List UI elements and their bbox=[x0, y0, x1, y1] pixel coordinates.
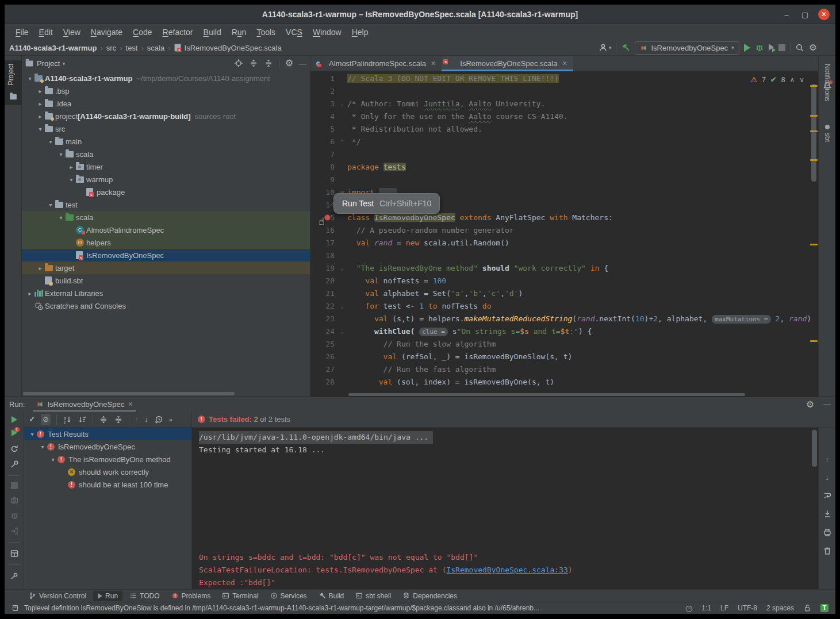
pin-tab-icon[interactable] bbox=[10, 571, 19, 580]
code-line[interactable]: 21 val alphabet = Set('a','b','c','d') bbox=[310, 287, 818, 300]
test-tree-row[interactable]: ▾!IsRemovedbyOneSpec bbox=[24, 440, 191, 453]
show-passed-icon[interactable]: ✓ bbox=[29, 415, 35, 424]
show-ignored-icon[interactable]: ⊘ bbox=[41, 414, 51, 425]
clear-console-icon[interactable] bbox=[823, 546, 832, 555]
breadcrumb-file[interactable]: IsRemovedByOneSpec.scala bbox=[185, 44, 282, 52]
tree-chevron-icon[interactable]: ▾ bbox=[46, 139, 55, 145]
tree-chevron-icon[interactable]: ▾ bbox=[56, 151, 66, 157]
editor-error-stripe[interactable] bbox=[809, 71, 818, 397]
rerun-failed-tests-button[interactable]: ! bbox=[11, 429, 17, 438]
editor-tab[interactable]: IsRemovedByOneSpec.scala✕ bbox=[442, 56, 573, 71]
caret-position[interactable]: 1:1 bbox=[701, 604, 711, 612]
expand-all-icon[interactable] bbox=[249, 59, 258, 68]
sort-by-duration-icon[interactable] bbox=[78, 415, 87, 424]
tree-chevron-icon[interactable]: ▾ bbox=[67, 176, 76, 183]
collapse-all-icon[interactable] bbox=[114, 415, 123, 424]
line-separator[interactable]: LF bbox=[720, 604, 728, 612]
code-line[interactable]: 6⌃ */ bbox=[310, 136, 818, 148]
prev-problem-icon[interactable]: ∧ bbox=[789, 74, 795, 86]
minimize-button[interactable]: – bbox=[781, 10, 792, 19]
fold-marker-icon[interactable]: ⌄ bbox=[337, 262, 347, 275]
menu-window[interactable]: Window bbox=[308, 25, 347, 39]
toolwindow-button-run[interactable]: Run bbox=[93, 591, 122, 601]
toggle-auto-test-icon[interactable] bbox=[10, 444, 19, 453]
project-tree-row[interactable]: ▾main bbox=[22, 135, 310, 148]
settings-gear-icon[interactable]: ⚙ bbox=[809, 43, 817, 52]
background-tasks-clock-icon[interactable]: ◷ bbox=[685, 603, 692, 613]
editor-scrollbar-thumb[interactable] bbox=[811, 84, 816, 182]
locate-file-icon[interactable] bbox=[234, 59, 243, 68]
test-tree-row[interactable]: ▾!The isRemovedByOne method bbox=[24, 453, 191, 466]
build-hammer-icon[interactable] bbox=[621, 43, 630, 52]
editor-horizontal-scrollbar[interactable] bbox=[348, 393, 745, 396]
breadcrumb-segment[interactable]: src bbox=[106, 44, 116, 52]
menu-tools[interactable]: Tools bbox=[251, 25, 281, 39]
rerun-button[interactable] bbox=[11, 416, 17, 423]
code-editor[interactable]: 1// Scala 3 (DO NOT EDIT OR REMOVE THIS … bbox=[310, 71, 818, 397]
tree-chevron-icon[interactable]: ▾ bbox=[38, 444, 47, 450]
menu-code[interactable]: Code bbox=[128, 25, 157, 39]
code-line[interactable]: 19⌄ "The isRemovedByOne method" should "… bbox=[310, 262, 818, 275]
project-tree-row[interactable]: ▾warmup bbox=[22, 173, 310, 186]
project-tree-row[interactable]: Ohelpers bbox=[22, 236, 310, 249]
readonly-lock-icon[interactable] bbox=[803, 604, 811, 612]
tree-chevron-icon[interactable]: ▸ bbox=[36, 113, 45, 120]
code-line[interactable]: 8package tests bbox=[310, 161, 818, 174]
user-menu[interactable]: ▾ bbox=[599, 43, 612, 52]
project-tree-row[interactable]: Scratches and Consoles bbox=[22, 299, 310, 312]
tree-chevron-icon[interactable]: ▾ bbox=[48, 456, 57, 463]
more-actions-icon[interactable]: » bbox=[169, 416, 172, 423]
project-tree-row[interactable]: ▸project [A1140-scala3-r1-warmup-build]s… bbox=[22, 110, 310, 122]
sbt-stripe-label[interactable]: sbt bbox=[823, 133, 831, 142]
tab-close-icon[interactable]: ✕ bbox=[431, 60, 436, 67]
maximize-button[interactable]: ▢ bbox=[800, 10, 810, 19]
indent-style[interactable]: 2 spaces bbox=[766, 604, 794, 612]
scroll-down-icon[interactable]: ↓ bbox=[825, 473, 829, 482]
run-panel-settings-icon[interactable]: ⚙ bbox=[806, 400, 814, 409]
toolwindow-button-services[interactable]: Services bbox=[266, 591, 312, 601]
search-everywhere-icon[interactable] bbox=[795, 43, 804, 52]
tree-chevron-icon[interactable]: ▸ bbox=[25, 290, 34, 297]
toolwindow-button-build[interactable]: Build bbox=[314, 591, 349, 601]
code-line[interactable]: 3⌄/* Author: Tommi Junttila, Aalto Unive… bbox=[310, 98, 818, 110]
code-line[interactable]: 1// Scala 3 (DO NOT EDIT OR REMOVE THIS … bbox=[310, 72, 818, 85]
toolwindow-button-problems[interactable]: Problems bbox=[167, 591, 216, 601]
project-tree-row[interactable]: ▾A1140-scala3-r1-warmup~/tmp/demo/Course… bbox=[22, 72, 310, 84]
code-line[interactable]: 5 * Redistribution not allowed. bbox=[310, 123, 818, 136]
test-tree-row[interactable]: ✕should work correctly bbox=[24, 466, 191, 478]
project-view-caret-icon[interactable]: ▾ bbox=[62, 60, 65, 67]
tree-chevron-icon[interactable]: ▾ bbox=[56, 214, 66, 221]
project-horizontal-scrollbar[interactable] bbox=[23, 392, 235, 395]
code-line[interactable]: 25 // Run the slow algorithm bbox=[310, 338, 818, 351]
project-tree-row[interactable]: IsRemovedByOneSpec bbox=[22, 249, 310, 262]
toolwindow-button-sbt-shell[interactable]: sbt shell bbox=[351, 591, 396, 601]
fold-marker-icon[interactable]: ⌃ bbox=[337, 136, 347, 148]
code-line[interactable]: 16 // A pseudo-random number generator bbox=[310, 224, 818, 237]
expand-all-icon[interactable] bbox=[99, 415, 108, 424]
project-tree-row[interactable]: CAlmostPalindromeSpec bbox=[22, 224, 310, 236]
fold-marker-icon[interactable]: ⌄ bbox=[337, 98, 347, 110]
tree-chevron-icon[interactable]: ▸ bbox=[67, 164, 76, 170]
test-tree-row[interactable]: ▾!Test Results bbox=[24, 428, 191, 440]
toolwindow-button-dependencies[interactable]: Dependencies bbox=[398, 591, 462, 601]
code-line[interactable]: 22⌄ for test <- 1 to nofTests do bbox=[310, 300, 818, 313]
stop-button[interactable] bbox=[778, 44, 785, 51]
test-history-icon[interactable] bbox=[154, 415, 163, 424]
tree-chevron-icon[interactable]: ▾ bbox=[25, 75, 34, 82]
run-console[interactable]: /usr/lib/jvm/java-1.11.0-openjdk-amd64/b… bbox=[192, 428, 818, 589]
next-problem-icon[interactable]: ∨ bbox=[799, 74, 804, 86]
project-tree-row[interactable]: package bbox=[22, 186, 310, 198]
editor-tab[interactable]: CAlmostPalindromeSpec.scala✕ bbox=[310, 56, 442, 71]
debug-button[interactable] bbox=[755, 43, 764, 52]
breadcrumb-segment[interactable]: scala bbox=[147, 44, 164, 52]
menu-edit[interactable]: Edit bbox=[34, 25, 58, 39]
coverage-button[interactable] bbox=[769, 44, 774, 52]
project-tree-row[interactable]: ▾scala bbox=[22, 148, 310, 160]
project-tree-row[interactable]: ▸timer bbox=[22, 160, 310, 173]
notifications-stripe-label[interactable]: Notifications bbox=[823, 64, 831, 101]
tree-chevron-icon[interactable]: ▸ bbox=[36, 265, 45, 271]
scroll-to-end-icon[interactable] bbox=[823, 509, 832, 518]
run-button[interactable] bbox=[744, 44, 750, 52]
tree-chevron-icon[interactable]: ▸ bbox=[36, 88, 45, 94]
title-bar[interactable]: A1140-scala3-r1-warmup – IsRemovedByOneS… bbox=[5, 5, 835, 24]
